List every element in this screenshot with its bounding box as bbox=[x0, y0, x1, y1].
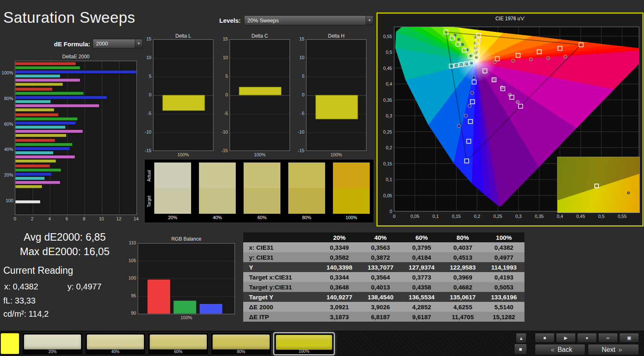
delta_h-y-tick: 0 bbox=[293, 92, 304, 97]
cie-x-tick: 0,1 bbox=[433, 214, 439, 219]
cie-y-tick: 0,2 bbox=[386, 145, 392, 150]
cie-measured-point bbox=[516, 100, 520, 104]
cie-measured-point bbox=[470, 91, 474, 95]
delta_l-y-tick: 10 bbox=[140, 55, 151, 60]
back-button[interactable]: « Back bbox=[535, 344, 585, 355]
table-cell: 0,4513 bbox=[442, 252, 483, 262]
up-arrow-button[interactable]: ▲ bbox=[516, 333, 527, 343]
swatch-col-label: 80% bbox=[288, 215, 325, 220]
target-swatch-20% bbox=[154, 188, 191, 214]
table-row: x: CIE310,33490,35630,37950,40370,4382 bbox=[243, 242, 524, 252]
delta_c-y-tick: 0 bbox=[216, 92, 228, 97]
deltae-y-label: 20% bbox=[0, 172, 13, 177]
table-cell: 0,4193 bbox=[484, 272, 524, 282]
table-header-cell: 80% bbox=[442, 232, 483, 242]
table-cell: 0,3969 bbox=[442, 272, 483, 282]
deltae-bar bbox=[15, 117, 78, 121]
delta_h-y-tick: 15 bbox=[293, 36, 304, 41]
table-row-label: Target x:CIE31 bbox=[243, 272, 319, 282]
levels-select[interactable]: 20% Sweeps ▼ bbox=[244, 15, 373, 25]
deltae-x-tick: 8 bbox=[80, 216, 88, 221]
target-swatch-100% bbox=[333, 188, 370, 214]
deltae-bar bbox=[15, 134, 66, 137]
level-button-60%[interactable]: 60% bbox=[148, 332, 209, 355]
de-formula-select[interactable]: 2000 ▼ bbox=[93, 39, 143, 48]
cie-x-tick: 0,25 bbox=[493, 214, 502, 219]
actual-swatch-100% bbox=[333, 162, 370, 188]
deltae-bar bbox=[15, 70, 136, 74]
measurement-table: 20%40%60%80%100% x: CIE310,33490,35630,3… bbox=[243, 232, 524, 322]
table-cell: 0,4682 bbox=[442, 282, 483, 292]
table-row-label: Target y:CIE31 bbox=[243, 282, 319, 292]
table-cell: 3,1873 bbox=[319, 312, 360, 322]
table-cell: 0,4382 bbox=[484, 242, 524, 252]
level-swatch bbox=[24, 334, 81, 349]
stop-large-button[interactable]: ■ bbox=[514, 344, 527, 355]
level-button-40%[interactable]: 40% bbox=[85, 332, 146, 355]
deltae-chart-title: DeltaE 2000 bbox=[15, 54, 137, 60]
table-cell: 6,8187 bbox=[360, 312, 401, 322]
table-cell: 4,6255 bbox=[442, 302, 483, 312]
level-button-80%[interactable]: 80% bbox=[211, 332, 272, 355]
delta_h-canvas bbox=[306, 40, 366, 151]
cie-y-tick: 0,55 bbox=[383, 34, 392, 39]
deltae-y-label: 80% bbox=[0, 96, 13, 101]
inset-target-marker bbox=[594, 184, 599, 188]
table-cell: 114,1993 bbox=[484, 262, 524, 272]
table-row-label: ΔE 2000 bbox=[243, 302, 319, 312]
swatch-col-label: 20% bbox=[154, 215, 191, 220]
table-cell: 0,3872 bbox=[360, 252, 401, 262]
cie-y-tick: 0,25 bbox=[383, 129, 392, 134]
deltae-y-label: 100 bbox=[0, 198, 13, 203]
delta-h-chart bbox=[306, 39, 366, 151]
next-button[interactable]: Next » bbox=[588, 344, 639, 355]
rgb-y-tick: 95 bbox=[124, 293, 136, 298]
delta_h-y-tick: 5 bbox=[293, 74, 304, 79]
rgb-bar-red bbox=[147, 280, 170, 314]
deltae-bar bbox=[15, 155, 75, 158]
reading-cdm2: cd/m²: 114,2 bbox=[3, 309, 49, 319]
cie-inset-zoom bbox=[557, 157, 640, 213]
table-cell: 133,6196 bbox=[484, 292, 524, 302]
delta-c-xlabel: 100% bbox=[230, 152, 290, 157]
deltae-bar bbox=[15, 143, 72, 146]
deltae-bar bbox=[15, 185, 42, 188]
active-patch-swatch[interactable] bbox=[1, 333, 19, 354]
table-row: ΔE ITP3,18736,81879,618711,470515,1282 bbox=[243, 312, 524, 322]
level-button-20%[interactable]: 20% bbox=[22, 332, 83, 355]
levels-value: 20% Sweeps bbox=[244, 17, 366, 24]
level-swatch bbox=[276, 335, 332, 350]
table-row: y: CIE310,35820,38720,41840,45130,4977 bbox=[243, 252, 524, 262]
delta-h-title: Delta H bbox=[306, 33, 366, 39]
cie-measured-point bbox=[492, 79, 495, 82]
stop-button[interactable]: ■ bbox=[535, 333, 555, 343]
deltae-bar bbox=[15, 168, 61, 172]
rgb-y-tick: 90 bbox=[124, 311, 136, 315]
cie-y-tick: 0,45 bbox=[383, 66, 392, 71]
table-header-cell bbox=[243, 232, 319, 242]
rgb-bar-green bbox=[173, 301, 196, 314]
actual-swatch-60% bbox=[244, 162, 280, 188]
table-row: ΔE 20003,09213,90264,28524,62555,5140 bbox=[243, 302, 524, 312]
actual-swatch-80% bbox=[288, 162, 325, 188]
loop-icon: ∞ bbox=[606, 335, 610, 340]
swatch-row-label: Target bbox=[147, 189, 151, 213]
cie-measured-point bbox=[564, 55, 567, 58]
capture-button[interactable]: ▣ bbox=[619, 333, 639, 343]
deltae-bar bbox=[15, 172, 52, 176]
cie-measured-point bbox=[529, 58, 533, 61]
level-button-100%[interactable]: 100% bbox=[273, 332, 335, 355]
table-row: Target x:CIE310,33440,35640,37730,39690,… bbox=[243, 272, 524, 282]
cie-y-tick: 0 bbox=[390, 209, 392, 214]
table-cell: 133,7077 bbox=[360, 262, 401, 272]
deltae-y-label: 60% bbox=[0, 122, 13, 127]
loop-button[interactable]: ∞ bbox=[598, 333, 618, 343]
table-cell: 0,3563 bbox=[360, 242, 401, 252]
table-cell: 0,3564 bbox=[360, 272, 401, 282]
table-cell: 138,4540 bbox=[360, 292, 401, 302]
play-button[interactable]: ▶ bbox=[556, 333, 576, 343]
record-button[interactable]: ● bbox=[577, 333, 597, 343]
rgb-y-tick: 100 bbox=[124, 275, 136, 280]
deltae-y-label: 40% bbox=[0, 147, 13, 152]
calibration-app: Saturation Sweeps dE Formula: 2000 ▼ Lev… bbox=[0, 0, 644, 356]
